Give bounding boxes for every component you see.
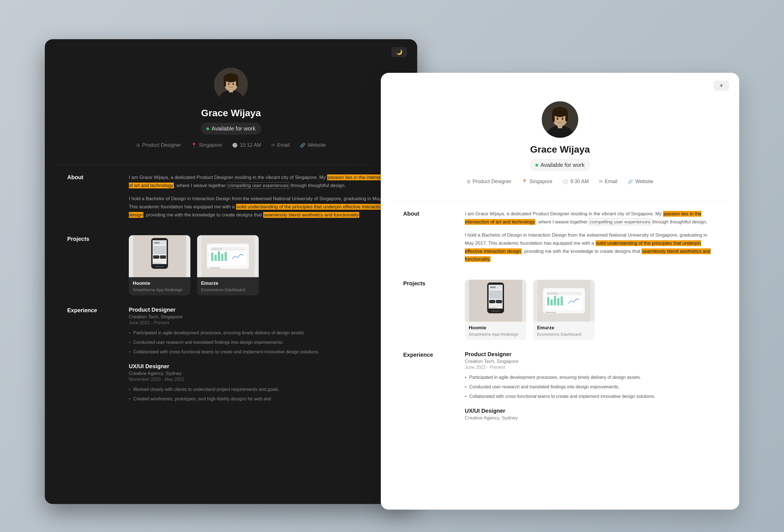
dark-about-para2: I hold a Bachelor of Design in Interacti… xyxy=(129,195,395,219)
svg-point-8 xyxy=(228,83,230,85)
dark-exp-job1-company: Creation Tech, Singapore xyxy=(129,314,395,320)
svg-rect-60 xyxy=(554,296,556,306)
svg-rect-38 xyxy=(552,113,555,122)
dark-project-emurze-sub: Ecommerce Dashboard xyxy=(201,287,255,292)
dark-exp-job2-bullet-2: Created wireframes, prototypes, and high… xyxy=(129,395,395,403)
dark-exp-job1-role: Product Designer xyxy=(129,307,395,313)
dark-location-icon: 📍 xyxy=(191,142,197,148)
light-exp-job1: Product Designer Creation Tech, Singapor… xyxy=(465,351,717,400)
dark-exp-bullet-2: Conducted user research and translated f… xyxy=(129,339,395,346)
light-profile-name: Grace Wijaya xyxy=(530,144,590,155)
svg-rect-25 xyxy=(211,248,222,250)
dark-project-hoomie-title: Hoomie xyxy=(133,281,187,286)
svg-rect-39 xyxy=(565,113,568,121)
light-about-para2: I hold a Bachelor of Design in Interacti… xyxy=(465,231,717,264)
light-project-hoomie-title: Hoomie xyxy=(469,325,523,331)
light-top-bar: ☀ xyxy=(381,73,739,99)
light-role-label: Product Designer xyxy=(473,179,511,185)
dark-email-label: Email xyxy=(277,142,290,148)
svg-rect-31 xyxy=(209,268,220,269)
light-meta-time: 🕐 9:30 AM xyxy=(562,179,589,185)
light-website-label: Website xyxy=(635,179,653,185)
light-green-dot xyxy=(535,164,538,167)
light-available-badge: Available for work xyxy=(530,159,590,171)
light-exp-job1-bullets: Participated in agile development proces… xyxy=(465,374,717,400)
dark-highlight-2: compelling user experiences xyxy=(227,182,289,189)
dark-content-area: About I am Grace Wijaya, a dedicated Pro… xyxy=(45,174,417,410)
svg-rect-29 xyxy=(221,254,223,261)
dark-top-bar: 🌙 xyxy=(45,39,417,65)
dark-exp-job1-period: June 2022 - Present xyxy=(129,320,395,325)
svg-rect-18 xyxy=(160,255,166,259)
svg-point-40 xyxy=(557,118,559,120)
dark-role-label: Product Designer xyxy=(142,142,181,148)
dark-projects-section: Projects xyxy=(67,235,395,296)
dark-profile-name: Grace Wijaya xyxy=(201,108,261,118)
dark-meta-role: ⊞ Product Designer xyxy=(136,142,181,148)
light-exp-job1-company: Creation Tech, Singapore xyxy=(465,359,717,364)
dark-meta-location: 📍 Singapore xyxy=(191,142,222,148)
dark-project-hoomie-sub: SmartHome App Redesign xyxy=(133,287,187,292)
svg-rect-62 xyxy=(561,297,563,306)
dark-projects-label: Projects xyxy=(67,235,112,296)
dark-meta-website[interactable]: 🔗 Website xyxy=(300,142,326,148)
light-time-label: 9:30 AM xyxy=(570,179,589,185)
dark-about-label: About xyxy=(67,174,112,224)
dark-project-emurze-title: Emurze xyxy=(201,281,255,286)
dark-theme-toggle[interactable]: 🌙 xyxy=(391,47,407,57)
dark-avatar xyxy=(214,68,248,101)
dark-divider-1 xyxy=(56,165,406,165)
dark-about-para1: I am Grace Wijaya, a dedicated Product D… xyxy=(129,174,395,190)
dark-highlight-4: seamlessly blend aesthetics and function… xyxy=(263,212,359,218)
light-meta-email[interactable]: ✉ Email xyxy=(599,179,617,185)
dark-exp-job2-bullet-1: Worked closely with clients to understan… xyxy=(129,386,395,393)
light-highlight-1: passion lies in the intersection of art … xyxy=(465,211,701,225)
dark-exp-job1-bullets: Participated in agile development proces… xyxy=(129,329,395,355)
light-available-label: Available for work xyxy=(540,162,584,168)
light-project-emurze[interactable]: Emurze Ecommerce Dashboard xyxy=(533,280,595,340)
svg-rect-28 xyxy=(218,251,220,261)
dark-experience-content: Product Designer Creation Tech, Singapor… xyxy=(129,307,395,410)
light-meta-website[interactable]: 🔗 Website xyxy=(627,179,653,185)
dark-exp-job2-role: UX/UI Designer xyxy=(129,363,395,370)
light-projects-content: Hoomie SmartHome App Redesign xyxy=(465,280,717,340)
light-project-emurze-thumb xyxy=(533,280,595,322)
svg-rect-61 xyxy=(557,298,559,306)
light-projects-section: Projects xyxy=(403,280,717,340)
dark-project-hoomie[interactable]: Hoomie SmartHome App Redesign xyxy=(129,235,190,296)
dark-project-emurze[interactable]: Emurze Ecommerce Dashboard xyxy=(197,235,259,296)
svg-rect-52 xyxy=(489,307,498,308)
light-profile-section: Grace Wijaya Available for work ⊞ Produc… xyxy=(381,99,739,193)
dark-location-label: Singapore xyxy=(199,142,222,148)
svg-rect-48 xyxy=(489,290,502,299)
light-location-label: Singapore xyxy=(530,179,553,185)
light-projects-label: Projects xyxy=(403,280,448,340)
light-clock-icon: 🕐 xyxy=(562,179,568,184)
svg-rect-7 xyxy=(236,78,238,86)
dark-meta-email[interactable]: ✉ Email xyxy=(271,142,290,148)
light-meta-role: ⊞ Product Designer xyxy=(467,179,511,185)
dark-scroll-fade xyxy=(45,487,417,504)
dark-projects-content: Hoomie SmartHome App Redesign xyxy=(129,235,395,296)
light-projects-grid: Hoomie SmartHome App Redesign xyxy=(465,280,717,340)
dark-available-label: Available for work xyxy=(212,125,255,132)
light-experience-content: Product Designer Creation Tech, Singapor… xyxy=(465,351,717,421)
dark-projects-grid: Hoomie SmartHome App Redesign xyxy=(129,235,395,296)
svg-rect-16 xyxy=(153,246,166,254)
svg-rect-6 xyxy=(224,78,226,87)
svg-rect-15 xyxy=(154,242,160,244)
light-theme-toggle[interactable]: ☀ xyxy=(713,81,729,91)
light-exp-bullet-2: Conducted user research and translated f… xyxy=(465,383,717,391)
svg-point-41 xyxy=(562,118,564,120)
light-project-hoomie[interactable]: Hoomie SmartHome App Redesign xyxy=(465,280,526,340)
dark-experience-section: Experience Product Designer Creation Tec… xyxy=(67,307,395,410)
dark-about-content: I am Grace Wijaya, a dedicated Product D… xyxy=(129,174,395,224)
dark-exp-job2: UX/UI Designer Creative Agency, Sydney N… xyxy=(129,363,395,402)
dark-project-hoomie-thumb xyxy=(129,235,190,277)
svg-rect-50 xyxy=(496,300,502,303)
svg-rect-30 xyxy=(225,252,227,261)
light-website-icon: 🔗 xyxy=(627,179,633,184)
svg-rect-20 xyxy=(153,263,162,264)
light-highlight-2: compelling user experiences xyxy=(589,219,651,225)
light-exp-job1-period: June 2022 - Present xyxy=(465,365,717,370)
